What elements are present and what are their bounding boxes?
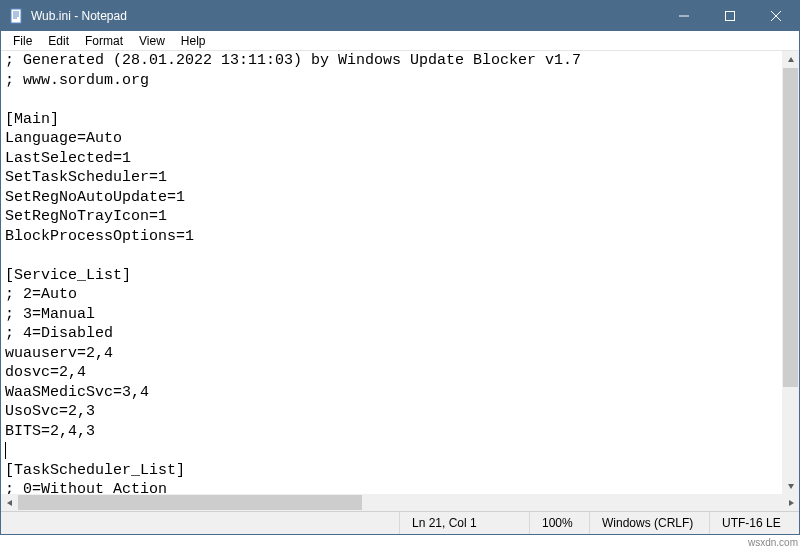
svg-marker-10 bbox=[788, 484, 794, 489]
svg-rect-6 bbox=[726, 12, 735, 21]
svg-marker-11 bbox=[7, 500, 12, 506]
minimize-button[interactable] bbox=[661, 1, 707, 31]
hscroll-thumb[interactable] bbox=[18, 495, 362, 510]
menu-file[interactable]: File bbox=[5, 33, 40, 49]
status-position: Ln 21, Col 1 bbox=[399, 512, 529, 534]
editor-content[interactable]: ; Generated (28.01.2022 13:11:03) by Win… bbox=[5, 51, 581, 494]
vscroll-track[interactable] bbox=[782, 68, 799, 477]
text-editor[interactable]: ; Generated (28.01.2022 13:11:03) by Win… bbox=[1, 51, 799, 494]
status-encoding: UTF-16 LE bbox=[709, 512, 799, 534]
status-line-ending: Windows (CRLF) bbox=[589, 512, 709, 534]
horizontal-scrollbar[interactable] bbox=[1, 494, 799, 511]
vertical-scrollbar[interactable] bbox=[782, 51, 799, 494]
maximize-button[interactable] bbox=[707, 1, 753, 31]
content-area: ; Generated (28.01.2022 13:11:03) by Win… bbox=[1, 51, 799, 511]
text-caret bbox=[5, 442, 6, 459]
menu-help[interactable]: Help bbox=[173, 33, 214, 49]
close-button[interactable] bbox=[753, 1, 799, 31]
hscroll-track[interactable] bbox=[18, 494, 765, 511]
svg-marker-9 bbox=[788, 57, 794, 62]
statusbar: Ln 21, Col 1 100% Windows (CRLF) UTF-16 … bbox=[1, 511, 799, 534]
notepad-window: Wub.ini - Notepad File Edit Format View … bbox=[0, 0, 800, 535]
svg-marker-12 bbox=[789, 500, 794, 506]
menu-view[interactable]: View bbox=[131, 33, 173, 49]
titlebar[interactable]: Wub.ini - Notepad bbox=[1, 1, 799, 31]
scroll-up-icon[interactable] bbox=[782, 51, 799, 68]
menubar: File Edit Format View Help bbox=[1, 31, 799, 51]
notepad-app-icon bbox=[9, 8, 25, 24]
scroll-right-icon[interactable] bbox=[782, 494, 799, 511]
vscroll-thumb[interactable] bbox=[783, 68, 798, 387]
menu-edit[interactable]: Edit bbox=[40, 33, 77, 49]
watermark: wsxdn.com bbox=[748, 537, 798, 548]
menu-format[interactable]: Format bbox=[77, 33, 131, 49]
scroll-left-icon[interactable] bbox=[1, 494, 18, 511]
status-zoom: 100% bbox=[529, 512, 589, 534]
window-title: Wub.ini - Notepad bbox=[31, 9, 127, 23]
scroll-down-icon[interactable] bbox=[782, 477, 799, 494]
